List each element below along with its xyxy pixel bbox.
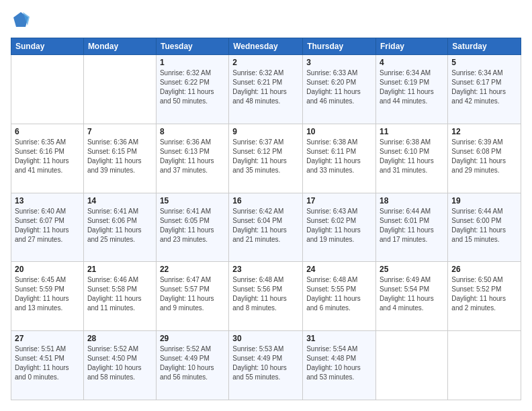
day-number: 31 (306, 334, 372, 343)
week-row-3: 13Sunrise: 6:40 AMSunset: 6:07 PMDayligh… (11, 193, 521, 262)
day-detail: Sunrise: 5:53 AMSunset: 4:49 PMDaylight:… (232, 345, 299, 382)
day-cell (376, 331, 448, 400)
day-number: 4 (380, 58, 444, 67)
day-cell (11, 55, 84, 124)
day-cell: 31Sunrise: 5:54 AMSunset: 4:48 PMDayligh… (303, 331, 376, 400)
weekday-header-row: SundayMondayTuesdayWednesdayThursdayFrid… (11, 38, 521, 55)
day-cell: 21Sunrise: 6:46 AMSunset: 5:58 PMDayligh… (83, 262, 156, 331)
day-cell: 17Sunrise: 6:43 AMSunset: 6:02 PMDayligh… (303, 193, 376, 262)
day-number: 19 (451, 196, 517, 205)
day-cell: 1Sunrise: 6:32 AMSunset: 6:22 PMDaylight… (156, 55, 228, 124)
day-number: 3 (306, 58, 372, 67)
day-detail: Sunrise: 6:43 AMSunset: 6:02 PMDaylight:… (306, 207, 372, 244)
day-cell: 3Sunrise: 6:33 AMSunset: 6:20 PMDaylight… (303, 55, 376, 124)
day-number: 12 (451, 127, 517, 136)
day-number: 30 (232, 334, 299, 343)
weekday-header-friday: Friday (376, 38, 448, 55)
day-cell: 13Sunrise: 6:40 AMSunset: 6:07 PMDayligh… (11, 193, 84, 262)
day-cell: 15Sunrise: 6:41 AMSunset: 6:05 PMDayligh… (156, 193, 228, 262)
day-number: 17 (306, 196, 372, 205)
day-detail: Sunrise: 5:51 AMSunset: 4:51 PMDaylight:… (15, 345, 80, 382)
day-cell: 9Sunrise: 6:37 AMSunset: 6:12 PMDaylight… (229, 124, 303, 193)
day-detail: Sunrise: 6:38 AMSunset: 6:11 PMDaylight:… (306, 138, 372, 175)
day-cell: 11Sunrise: 6:38 AMSunset: 6:10 PMDayligh… (376, 124, 448, 193)
day-number: 9 (232, 127, 299, 136)
header (11, 11, 521, 31)
logo-icon (11, 11, 31, 31)
day-detail: Sunrise: 6:32 AMSunset: 6:21 PMDaylight:… (232, 68, 299, 106)
day-cell: 6Sunrise: 6:35 AMSunset: 6:16 PMDaylight… (11, 124, 84, 193)
day-cell: 20Sunrise: 6:45 AMSunset: 5:59 PMDayligh… (11, 262, 84, 331)
weekday-header-thursday: Thursday (303, 38, 376, 55)
day-number: 1 (160, 58, 225, 67)
day-number: 23 (232, 265, 299, 274)
day-detail: Sunrise: 5:52 AMSunset: 4:49 PMDaylight:… (160, 345, 225, 382)
day-cell: 26Sunrise: 6:50 AMSunset: 5:52 PMDayligh… (448, 262, 521, 331)
day-detail: Sunrise: 6:40 AMSunset: 6:07 PMDaylight:… (15, 207, 80, 244)
calendar-table: SundayMondayTuesdayWednesdayThursdayFrid… (11, 38, 521, 400)
day-cell: 29Sunrise: 5:52 AMSunset: 4:49 PMDayligh… (156, 331, 228, 400)
week-row-2: 6Sunrise: 6:35 AMSunset: 6:16 PMDaylight… (11, 124, 521, 193)
day-number: 21 (87, 265, 152, 274)
day-number: 8 (160, 127, 225, 136)
day-detail: Sunrise: 6:34 AMSunset: 6:17 PMDaylight:… (451, 68, 517, 106)
day-number: 2 (232, 58, 299, 67)
day-detail: Sunrise: 6:32 AMSunset: 6:22 PMDaylight:… (160, 68, 225, 106)
day-detail: Sunrise: 5:54 AMSunset: 4:48 PMDaylight:… (306, 345, 372, 382)
day-detail: Sunrise: 6:50 AMSunset: 5:52 PMDaylight:… (451, 275, 517, 313)
weekday-header-saturday: Saturday (448, 38, 521, 55)
weekday-header-sunday: Sunday (11, 38, 84, 55)
day-detail: Sunrise: 6:37 AMSunset: 6:12 PMDaylight:… (232, 138, 299, 175)
day-cell: 19Sunrise: 6:44 AMSunset: 6:00 PMDayligh… (448, 193, 521, 262)
day-number: 6 (15, 127, 80, 136)
day-detail: Sunrise: 6:34 AMSunset: 6:19 PMDaylight:… (380, 68, 444, 106)
day-detail: Sunrise: 6:48 AMSunset: 5:56 PMDaylight:… (232, 275, 299, 313)
day-number: 13 (15, 196, 80, 205)
day-detail: Sunrise: 6:44 AMSunset: 6:01 PMDaylight:… (380, 207, 444, 244)
week-row-4: 20Sunrise: 6:45 AMSunset: 5:59 PMDayligh… (11, 262, 521, 331)
day-detail: Sunrise: 6:41 AMSunset: 6:05 PMDaylight:… (160, 207, 225, 244)
day-number: 18 (380, 196, 444, 205)
day-detail: Sunrise: 6:47 AMSunset: 5:57 PMDaylight:… (160, 275, 225, 313)
day-cell: 7Sunrise: 6:36 AMSunset: 6:15 PMDaylight… (83, 124, 156, 193)
day-number: 14 (87, 196, 152, 205)
day-number: 11 (380, 127, 444, 136)
week-row-5: 27Sunrise: 5:51 AMSunset: 4:51 PMDayligh… (11, 331, 521, 400)
day-number: 20 (15, 265, 80, 274)
weekday-header-wednesday: Wednesday (229, 38, 303, 55)
weekday-header-tuesday: Tuesday (156, 38, 228, 55)
day-detail: Sunrise: 6:35 AMSunset: 6:16 PMDaylight:… (15, 138, 80, 175)
day-detail: Sunrise: 6:36 AMSunset: 6:13 PMDaylight:… (160, 138, 225, 175)
day-detail: Sunrise: 6:39 AMSunset: 6:08 PMDaylight:… (451, 138, 517, 175)
day-cell: 5Sunrise: 6:34 AMSunset: 6:17 PMDaylight… (448, 55, 521, 124)
day-detail: Sunrise: 6:46 AMSunset: 5:58 PMDaylight:… (87, 275, 152, 313)
day-cell: 25Sunrise: 6:49 AMSunset: 5:54 PMDayligh… (376, 262, 448, 331)
day-cell: 22Sunrise: 6:47 AMSunset: 5:57 PMDayligh… (156, 262, 228, 331)
day-cell: 24Sunrise: 6:48 AMSunset: 5:55 PMDayligh… (303, 262, 376, 331)
day-number: 26 (451, 265, 517, 274)
day-number: 15 (160, 196, 225, 205)
day-number: 28 (87, 334, 152, 343)
day-number: 27 (15, 334, 80, 343)
day-detail: Sunrise: 6:44 AMSunset: 6:00 PMDaylight:… (451, 207, 517, 244)
day-detail: Sunrise: 6:33 AMSunset: 6:20 PMDaylight:… (306, 68, 372, 106)
logo (11, 11, 34, 31)
day-number: 22 (160, 265, 225, 274)
day-number: 24 (306, 265, 372, 274)
day-cell: 30Sunrise: 5:53 AMSunset: 4:49 PMDayligh… (229, 331, 303, 400)
weekday-header-monday: Monday (83, 38, 156, 55)
day-cell: 18Sunrise: 6:44 AMSunset: 6:01 PMDayligh… (376, 193, 448, 262)
day-detail: Sunrise: 6:42 AMSunset: 6:04 PMDaylight:… (232, 207, 299, 244)
day-detail: Sunrise: 5:52 AMSunset: 4:50 PMDaylight:… (87, 345, 152, 382)
day-cell: 23Sunrise: 6:48 AMSunset: 5:56 PMDayligh… (229, 262, 303, 331)
day-cell: 28Sunrise: 5:52 AMSunset: 4:50 PMDayligh… (83, 331, 156, 400)
day-cell: 16Sunrise: 6:42 AMSunset: 6:04 PMDayligh… (229, 193, 303, 262)
day-detail: Sunrise: 6:45 AMSunset: 5:59 PMDaylight:… (15, 275, 80, 313)
day-cell: 8Sunrise: 6:36 AMSunset: 6:13 PMDaylight… (156, 124, 228, 193)
day-detail: Sunrise: 6:41 AMSunset: 6:06 PMDaylight:… (87, 207, 152, 244)
day-detail: Sunrise: 6:38 AMSunset: 6:10 PMDaylight:… (380, 138, 444, 175)
day-number: 29 (160, 334, 225, 343)
day-cell: 12Sunrise: 6:39 AMSunset: 6:08 PMDayligh… (448, 124, 521, 193)
day-detail: Sunrise: 6:48 AMSunset: 5:55 PMDaylight:… (306, 275, 372, 313)
day-cell: 14Sunrise: 6:41 AMSunset: 6:06 PMDayligh… (83, 193, 156, 262)
